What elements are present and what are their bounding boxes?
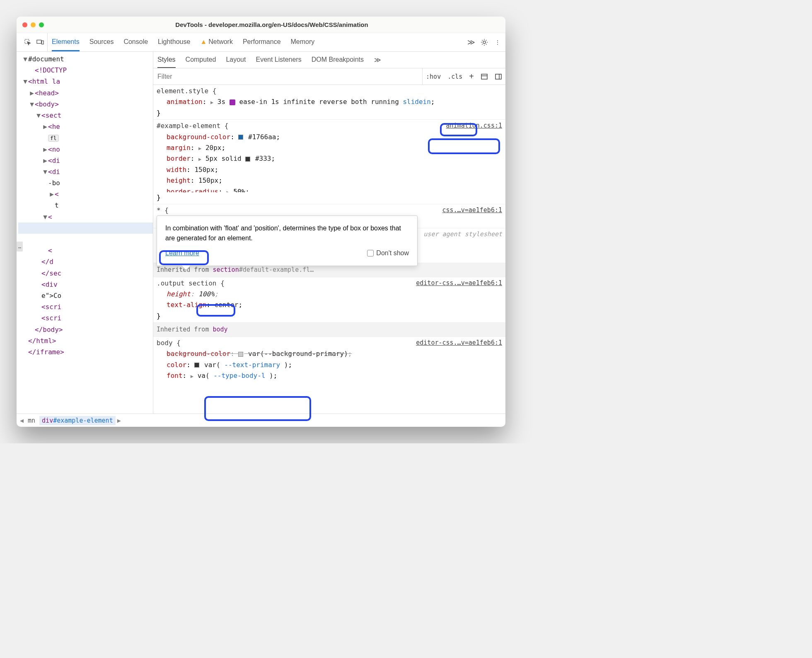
main-toolbar: Elements Sources Console Lighthouse ▲Net… bbox=[17, 33, 505, 52]
checkbox-icon[interactable] bbox=[367, 250, 374, 256]
more-tabs-icon[interactable]: ≫ bbox=[467, 39, 475, 46]
subtab-computed[interactable]: Computed bbox=[186, 52, 216, 68]
tree-row[interactable]: <!DOCTYP bbox=[18, 65, 153, 76]
close-icon[interactable] bbox=[22, 22, 27, 27]
property-tooltip: In combination with 'float' and 'positio… bbox=[157, 215, 418, 266]
more-subtabs-icon[interactable]: ≫ bbox=[374, 56, 381, 64]
tree-row[interactable]: <scri bbox=[18, 312, 153, 324]
tree-row[interactable]: ▼< bbox=[18, 211, 153, 223]
inspect-icon[interactable] bbox=[24, 39, 31, 46]
style-rule[interactable]: element.style {animation: ▶ 3s ease-in 1… bbox=[153, 85, 505, 120]
tab-console[interactable]: Console bbox=[123, 33, 148, 51]
maximize-icon[interactable] bbox=[39, 22, 44, 27]
svg-rect-1 bbox=[37, 40, 41, 44]
minimize-icon[interactable] bbox=[31, 22, 36, 27]
style-rule[interactable]: editor-css.…v=ae1feb6:1.output section {… bbox=[153, 277, 505, 323]
breadcrumb-next-icon[interactable]: ▶ bbox=[117, 417, 121, 424]
dont-show-option[interactable]: Don't show bbox=[367, 248, 409, 258]
source-link[interactable]: animation.css:1 bbox=[446, 121, 502, 131]
hov-button[interactable]: :hov bbox=[423, 68, 444, 85]
breadcrumb: ◀ mn div#example-element ▶ bbox=[17, 414, 505, 427]
tree-ellipsis-handle[interactable]: … bbox=[17, 242, 23, 252]
panel-toggle-icon[interactable] bbox=[491, 68, 505, 85]
tab-memory[interactable]: Memory bbox=[291, 33, 315, 51]
settings-icon[interactable] bbox=[481, 39, 488, 46]
svg-rect-5 bbox=[495, 74, 501, 79]
traffic-lights bbox=[22, 22, 44, 27]
tree-row[interactable]: </sec bbox=[18, 268, 153, 279]
window-title: DevTools - developer.mozilla.org/en-US/d… bbox=[44, 21, 500, 28]
panel-tabs: Elements Sources Console Lighthouse ▲Net… bbox=[52, 33, 463, 51]
inherited-header: Inherited from body bbox=[153, 323, 505, 337]
tree-row[interactable]: </body> bbox=[18, 324, 153, 335]
tree-row[interactable]: ▶<no bbox=[18, 144, 153, 155]
tooltip-text: In combination with 'float' and 'positio… bbox=[165, 223, 409, 243]
tree-row[interactable]: e">Co bbox=[18, 290, 153, 301]
tree-row[interactable]: ▼#document bbox=[18, 53, 153, 65]
tree-row[interactable]: <div bbox=[18, 279, 153, 290]
tree-row[interactable]: -bo bbox=[18, 177, 153, 189]
titlebar: DevTools - developer.mozilla.org/en-US/d… bbox=[17, 17, 505, 33]
subtab-styles[interactable]: Styles bbox=[157, 52, 176, 68]
tree-row[interactable]: ▶<he bbox=[18, 121, 153, 132]
tree-row[interactable]: < bbox=[18, 245, 153, 256]
tab-lighthouse[interactable]: Lighthouse bbox=[158, 33, 190, 51]
toolbar-left-icons bbox=[21, 33, 48, 51]
tree-row[interactable]: ▶< bbox=[18, 189, 153, 200]
svg-rect-4 bbox=[481, 74, 487, 79]
tree-row[interactable]: ▶<head> bbox=[18, 87, 153, 99]
subtab-event-listeners[interactable]: Event Listeners bbox=[256, 52, 301, 68]
tab-performance[interactable]: Performance bbox=[243, 33, 281, 51]
source-link[interactable]: editor-css.…v=ae1feb6:1 bbox=[416, 278, 502, 288]
tree-row[interactable]: fl bbox=[18, 132, 153, 143]
learn-more-link[interactable]: Learn more bbox=[165, 248, 199, 258]
dom-tree[interactable]: ▼#document<!DOCTYP▼<html la▶<head>▼<body… bbox=[17, 52, 153, 414]
tree-row[interactable]: ▼<body> bbox=[18, 99, 153, 110]
tree-row[interactable]: ▶<di bbox=[18, 155, 153, 166]
tab-elements[interactable]: Elements bbox=[52, 33, 80, 51]
tree-row[interactable]: </html> bbox=[18, 335, 153, 346]
breadcrumb-item[interactable]: mn bbox=[25, 416, 38, 425]
tree-row[interactable] bbox=[18, 223, 153, 234]
tree-row[interactable]: ▼<sect bbox=[18, 110, 153, 121]
toolbar-right: ≫ ⋮ bbox=[467, 39, 501, 46]
tree-row[interactable] bbox=[18, 234, 153, 245]
tab-sources[interactable]: Sources bbox=[89, 33, 114, 51]
tree-row[interactable]: <scri bbox=[18, 301, 153, 312]
breadcrumb-current[interactable]: div#example-element bbox=[39, 416, 116, 425]
svg-rect-2 bbox=[42, 41, 44, 44]
subtab-layout[interactable]: Layout bbox=[226, 52, 246, 68]
svg-point-3 bbox=[483, 41, 486, 44]
device-icon[interactable] bbox=[36, 39, 44, 46]
breadcrumb-prev-icon[interactable]: ◀ bbox=[20, 417, 24, 424]
tree-row[interactable]: </iframe> bbox=[18, 346, 153, 358]
tree-row[interactable]: ▼<html la bbox=[18, 76, 153, 87]
filter-bar: :hov .cls + bbox=[153, 68, 505, 85]
kebab-icon[interactable]: ⋮ bbox=[494, 39, 501, 46]
source-link[interactable]: css.…v=ae1feb6:1 bbox=[442, 205, 503, 215]
filter-input[interactable] bbox=[153, 68, 423, 85]
subtab-dom-breakpoints[interactable]: DOM Breakpoints bbox=[312, 52, 364, 68]
tab-network[interactable]: ▲Network bbox=[200, 33, 233, 51]
cls-button[interactable]: .cls bbox=[444, 68, 466, 85]
devtools-window: DevTools - developer.mozilla.org/en-US/d… bbox=[17, 17, 505, 427]
computed-toggle-icon[interactable] bbox=[477, 68, 491, 85]
style-rule[interactable]: editor-css.…v=ae1feb6:1body {background-… bbox=[153, 337, 505, 382]
sidebar-tabs: Styles Computed Layout Event Listeners D… bbox=[153, 52, 505, 68]
warning-icon: ▲ bbox=[200, 38, 207, 46]
tree-row[interactable]: </d bbox=[18, 256, 153, 267]
tree-row[interactable]: ▼<di bbox=[18, 166, 153, 177]
tree-row[interactable]: t bbox=[18, 200, 153, 211]
source-link[interactable]: editor-css.…v=ae1feb6:1 bbox=[416, 338, 502, 348]
style-rule[interactable]: animation.css:1#example-element {backgro… bbox=[153, 120, 505, 204]
new-rule-icon[interactable]: + bbox=[466, 68, 477, 85]
